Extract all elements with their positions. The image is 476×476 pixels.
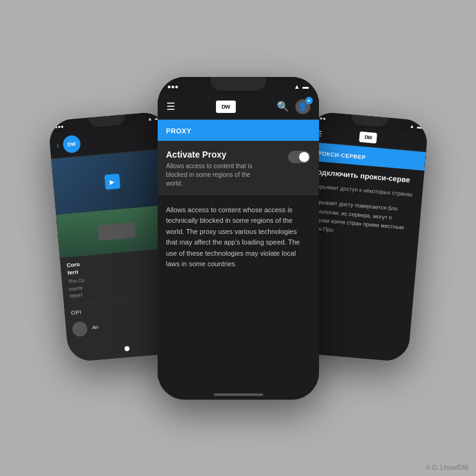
wifi-icon-right: ▲ <box>409 123 415 129</box>
proxy-label-right: ПРОКСИ-СЕРВЕР <box>313 150 366 160</box>
avatar-icon-center[interactable]: 👤 ● <box>295 99 310 114</box>
dw-logo-mark: DW <box>216 101 236 113</box>
notch-center <box>210 77 266 91</box>
home-bar-center <box>213 393 263 396</box>
status-signal-left: ●●● <box>54 123 63 130</box>
dw-logo-center: DW <box>216 101 236 113</box>
hamburger-icon[interactable]: ☰ <box>166 101 175 112</box>
proxy-description-block: Allows access to content whose access is… <box>158 195 319 281</box>
video-thumbnail: ▶ <box>51 148 173 214</box>
opinion-avatar <box>71 321 88 337</box>
right-proxy-desc: Открывает досту повергается бло Технолог… <box>307 197 415 241</box>
activate-proxy-desc: Allows access to content that is blocked… <box>166 162 266 188</box>
dw-header-center: ☰ DW 🔍 👤 ● <box>158 94 319 120</box>
wifi-icon-center: ▲ <box>294 83 300 90</box>
header-icons-center: 🔍 👤 ● <box>277 99 310 114</box>
dw-logo-left: DW <box>67 141 76 147</box>
proxy-bar-label: PROXY <box>166 127 192 135</box>
phones-container: ●●● ▲ ▬ ‹ DW ▶ <box>40 77 437 400</box>
proxy-bar-center: PROXY <box>158 120 319 141</box>
battery-icon-right: ▬ <box>416 123 422 130</box>
screen-center: ☰ DW 🔍 👤 ● PROXY <box>158 94 319 400</box>
phone-center: ●●● 9:31 ▲ ▬ ☰ DW 🔍 👤 ● <box>158 77 319 400</box>
dot-indicator <box>124 346 130 351</box>
dw-circle-left: DW <box>62 135 81 153</box>
avatar-badge-center: ● <box>305 97 313 104</box>
search-icon-center[interactable]: 🔍 <box>277 101 289 112</box>
proxy-body-text: Allows access to content whose access is… <box>166 205 310 271</box>
copyright-text: © O. Linow/DW <box>426 464 469 471</box>
activate-proxy-title: Activate Proxy <box>166 150 266 159</box>
status-icons-right: ▲ ▬ <box>409 123 422 130</box>
dw-logo-right: DW <box>359 131 377 143</box>
back-arrow-icon[interactable]: ‹ <box>56 140 60 150</box>
battery-icon-center: ▬ <box>303 83 309 90</box>
proxy-toggle[interactable] <box>288 151 310 163</box>
status-signal-center: ●●● <box>168 83 179 90</box>
activate-proxy-text: Activate Proxy Allows access to content … <box>166 150 266 188</box>
play-button[interactable]: ▶ <box>104 173 120 189</box>
activate-proxy-row: Activate Proxy Allows access to content … <box>158 141 319 195</box>
wifi-icon-left: ▲ <box>147 115 153 122</box>
status-icons-center: ▲ ▬ <box>294 83 309 90</box>
opinion-text: An <box>92 325 99 331</box>
placeholder-right: ☰ <box>413 137 421 146</box>
